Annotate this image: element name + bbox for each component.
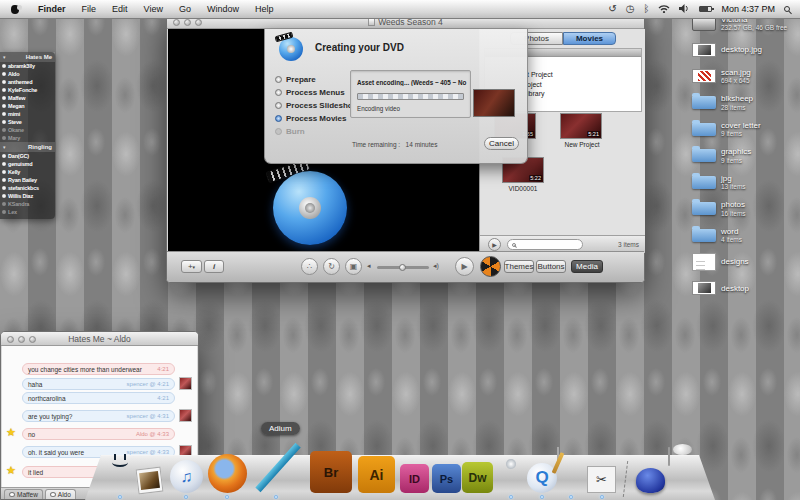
buddy-row[interactable]: Willis Diaz bbox=[0, 192, 55, 200]
tab-maffew[interactable]: Maffew bbox=[4, 489, 43, 499]
dock-icon-illustrator[interactable]: Ai bbox=[358, 456, 395, 493]
tab-movies[interactable]: Movies bbox=[563, 32, 616, 45]
desktop-icon-blksheep[interactable]: blksheep28 items bbox=[692, 90, 792, 117]
apple-menu-icon[interactable] bbox=[10, 4, 20, 14]
disclosure-triangle-icon[interactable]: ▾ bbox=[3, 54, 6, 60]
desktop-icon-graphics[interactable]: graphics9 items bbox=[692, 143, 792, 170]
menu-bar-clock[interactable]: Mon 4:37 PM bbox=[721, 4, 775, 14]
zoom-button[interactable] bbox=[195, 19, 202, 26]
dock-icon-itunes[interactable]: ♫ bbox=[170, 460, 203, 493]
zoom-button[interactable] bbox=[29, 336, 36, 343]
media-search-input[interactable] bbox=[507, 239, 583, 250]
cancel-button[interactable]: Cancel bbox=[484, 137, 519, 150]
buddy-row[interactable]: Mary bbox=[0, 134, 55, 142]
buddy-row[interactable]: Dan(GC) bbox=[0, 152, 55, 160]
desktop-icon-cover-letter[interactable]: cover letter9 items bbox=[692, 116, 792, 143]
minimize-button[interactable] bbox=[18, 336, 25, 343]
inspector-button[interactable]: i bbox=[204, 260, 224, 273]
buddy-name: Ryan Bailey bbox=[8, 177, 37, 183]
buddy-row[interactable]: Megan bbox=[0, 102, 55, 110]
menu-finder[interactable]: Finder bbox=[30, 0, 74, 18]
buddy-row[interactable]: Lex bbox=[0, 208, 55, 216]
preview-button[interactable]: ▣ bbox=[345, 258, 362, 275]
desktop-icon-word[interactable]: word4 items bbox=[692, 222, 792, 249]
menu-help[interactable]: Help bbox=[247, 0, 282, 18]
dock-icon-preview[interactable] bbox=[136, 467, 164, 495]
buddy-row[interactable]: Ryan Bailey bbox=[0, 176, 55, 184]
media-button[interactable]: Media bbox=[571, 260, 603, 273]
buddy-row[interactable]: Maffew bbox=[0, 94, 55, 102]
desktop-icon-jpg[interactable]: jpg13 items bbox=[692, 169, 792, 196]
disclosure-triangle-icon[interactable]: ▾ bbox=[3, 144, 6, 150]
dock-icon-indesign[interactable]: ID bbox=[400, 464, 429, 493]
icon-label: jpg bbox=[721, 174, 746, 183]
chat-bubble-icon bbox=[50, 492, 56, 497]
buddy-name: mimi bbox=[8, 111, 20, 117]
idvd-window[interactable]: Weeds Season 4 Photos Movies t Project o… bbox=[166, 14, 645, 283]
dock-icon-bridge[interactable]: Br bbox=[310, 451, 352, 493]
volume-icon[interactable] bbox=[679, 4, 690, 15]
dvd-map-button[interactable]: ∴ bbox=[301, 258, 318, 275]
desktop-icon-designs[interactable]: designs bbox=[692, 249, 792, 276]
desktop-icon-desktop-jpg[interactable]: desktop.jpg bbox=[692, 37, 792, 64]
close-button[interactable] bbox=[7, 336, 14, 343]
buddy-row[interactable]: Kelly bbox=[0, 168, 55, 176]
spotlight-icon[interactable] bbox=[784, 6, 790, 12]
close-button[interactable] bbox=[173, 19, 180, 26]
buddy-row[interactable]: KyleFonche bbox=[0, 86, 55, 94]
dock-icon-textedit[interactable] bbox=[557, 447, 559, 466]
add-button[interactable]: +▾ bbox=[181, 260, 202, 273]
icon-label: word bbox=[721, 227, 742, 236]
buddy-name: genuismd bbox=[8, 161, 32, 167]
buddy-group-header[interactable]: ▾Hates Me bbox=[0, 52, 55, 62]
dock-icon-photoshop[interactable]: Ps bbox=[432, 464, 461, 493]
buddy-group-header[interactable]: ▾Ringling bbox=[0, 142, 55, 152]
menu-view[interactable]: View bbox=[136, 0, 171, 18]
play-button[interactable]: ▶ bbox=[455, 257, 474, 276]
dock-icon-dreamweaver[interactable]: Dw bbox=[462, 462, 493, 493]
wifi-icon[interactable] bbox=[658, 4, 670, 15]
buddy-row[interactable]: mimi bbox=[0, 110, 55, 118]
source-item[interactable]: ibrary bbox=[527, 90, 545, 97]
buddy-row[interactable]: Aldo bbox=[0, 70, 55, 78]
dock-icon-frog[interactable] bbox=[636, 468, 665, 493]
desktop-icon-scan-jpg[interactable]: scan.jpg694 x 645 bbox=[692, 63, 792, 90]
tab-aldo[interactable]: Aldo bbox=[45, 489, 76, 499]
buddy-row[interactable]: genuismd bbox=[0, 160, 55, 168]
buddy-row[interactable]: abramk3lly bbox=[0, 62, 55, 70]
battery-icon[interactable] bbox=[699, 6, 712, 12]
menu-edit[interactable]: Edit bbox=[104, 0, 136, 18]
chat-message: ★noAldo @ 4:33 bbox=[2, 428, 197, 441]
movie-thumbnail[interactable]: 5:21 bbox=[560, 113, 602, 139]
clock-icon[interactable]: ◷ bbox=[626, 0, 635, 18]
menu-window[interactable]: Window bbox=[199, 0, 247, 18]
message-bubble: noAldo @ 4:33 bbox=[22, 428, 175, 440]
menu-file[interactable]: File bbox=[74, 0, 105, 18]
dock-icon-trash[interactable] bbox=[668, 447, 670, 466]
buttons-button[interactable]: Buttons bbox=[536, 260, 566, 273]
buddy-row[interactable]: KSandra bbox=[0, 200, 55, 208]
buddy-groups: ▾Hates Meabramk3llyAldoanthemedKyleFonch… bbox=[0, 52, 55, 216]
time-machine-icon[interactable]: ↺ bbox=[608, 0, 616, 18]
buddy-row[interactable]: stefanickbcs bbox=[0, 184, 55, 192]
buddy-row[interactable]: anthemed bbox=[0, 78, 55, 86]
buddy-row[interactable]: Steve bbox=[0, 118, 55, 126]
chat-titlebar[interactable]: Hates Me ~ Aldo bbox=[1, 332, 198, 346]
dock-icon-firefox[interactable] bbox=[208, 454, 247, 493]
volume-knob[interactable] bbox=[399, 264, 406, 271]
desktop-icon-desktop[interactable]: desktop bbox=[692, 275, 792, 302]
source-item[interactable]: t Project bbox=[527, 71, 553, 78]
dock-icon-grab[interactable]: ✂ bbox=[587, 466, 616, 493]
themes-button[interactable]: Themes bbox=[504, 260, 534, 273]
desktop-icon-photos[interactable]: photos16 items bbox=[692, 196, 792, 223]
play-preview-button[interactable]: ▶ bbox=[488, 238, 501, 251]
loop-button[interactable]: ↻ bbox=[323, 258, 340, 275]
buddy-row[interactable]: Okane bbox=[0, 126, 55, 134]
bluetooth-icon[interactable]: ᛒ bbox=[643, 0, 649, 18]
icon-label: designs bbox=[721, 257, 749, 266]
buddy-list-window[interactable]: ▾Hates Meabramk3llyAldoanthemedKyleFonch… bbox=[0, 52, 55, 219]
source-item[interactable]: oject bbox=[527, 81, 542, 88]
menu-go[interactable]: Go bbox=[171, 0, 199, 18]
minimize-button[interactable] bbox=[184, 19, 191, 26]
motion-button[interactable] bbox=[480, 256, 501, 277]
